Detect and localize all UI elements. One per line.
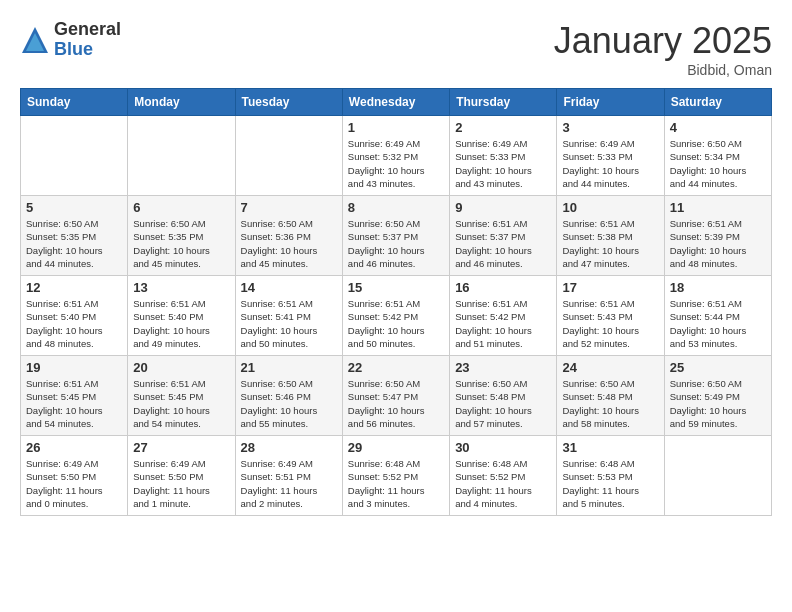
calendar-week-row: 19Sunrise: 6:51 AM Sunset: 5:45 PM Dayli… xyxy=(21,356,772,436)
calendar-cell: 19Sunrise: 6:51 AM Sunset: 5:45 PM Dayli… xyxy=(21,356,128,436)
calendar-cell: 25Sunrise: 6:50 AM Sunset: 5:49 PM Dayli… xyxy=(664,356,771,436)
day-number: 11 xyxy=(670,200,766,215)
calendar-cell: 16Sunrise: 6:51 AM Sunset: 5:42 PM Dayli… xyxy=(450,276,557,356)
calendar-cell: 20Sunrise: 6:51 AM Sunset: 5:45 PM Dayli… xyxy=(128,356,235,436)
day-number: 22 xyxy=(348,360,444,375)
day-info: Sunrise: 6:48 AM Sunset: 5:53 PM Dayligh… xyxy=(562,457,658,510)
calendar-cell: 6Sunrise: 6:50 AM Sunset: 5:35 PM Daylig… xyxy=(128,196,235,276)
day-number: 23 xyxy=(455,360,551,375)
day-number: 13 xyxy=(133,280,229,295)
calendar-week-row: 26Sunrise: 6:49 AM Sunset: 5:50 PM Dayli… xyxy=(21,436,772,516)
day-number: 21 xyxy=(241,360,337,375)
day-number: 30 xyxy=(455,440,551,455)
calendar-cell: 23Sunrise: 6:50 AM Sunset: 5:48 PM Dayli… xyxy=(450,356,557,436)
calendar-cell: 29Sunrise: 6:48 AM Sunset: 5:52 PM Dayli… xyxy=(342,436,449,516)
day-info: Sunrise: 6:51 AM Sunset: 5:44 PM Dayligh… xyxy=(670,297,766,350)
header-day-sunday: Sunday xyxy=(21,89,128,116)
day-number: 26 xyxy=(26,440,122,455)
day-number: 19 xyxy=(26,360,122,375)
day-info: Sunrise: 6:48 AM Sunset: 5:52 PM Dayligh… xyxy=(348,457,444,510)
calendar-cell: 8Sunrise: 6:50 AM Sunset: 5:37 PM Daylig… xyxy=(342,196,449,276)
day-info: Sunrise: 6:49 AM Sunset: 5:32 PM Dayligh… xyxy=(348,137,444,190)
day-number: 17 xyxy=(562,280,658,295)
day-number: 3 xyxy=(562,120,658,135)
day-number: 15 xyxy=(348,280,444,295)
day-number: 20 xyxy=(133,360,229,375)
day-number: 6 xyxy=(133,200,229,215)
day-info: Sunrise: 6:51 AM Sunset: 5:40 PM Dayligh… xyxy=(133,297,229,350)
calendar-cell: 10Sunrise: 6:51 AM Sunset: 5:38 PM Dayli… xyxy=(557,196,664,276)
day-number: 12 xyxy=(26,280,122,295)
calendar-cell: 9Sunrise: 6:51 AM Sunset: 5:37 PM Daylig… xyxy=(450,196,557,276)
day-info: Sunrise: 6:51 AM Sunset: 5:40 PM Dayligh… xyxy=(26,297,122,350)
calendar-cell: 28Sunrise: 6:49 AM Sunset: 5:51 PM Dayli… xyxy=(235,436,342,516)
logo-general: General xyxy=(54,20,121,40)
day-info: Sunrise: 6:51 AM Sunset: 5:42 PM Dayligh… xyxy=(455,297,551,350)
calendar-cell xyxy=(235,116,342,196)
calendar-cell: 27Sunrise: 6:49 AM Sunset: 5:50 PM Dayli… xyxy=(128,436,235,516)
calendar-table: SundayMondayTuesdayWednesdayThursdayFrid… xyxy=(20,88,772,516)
day-info: Sunrise: 6:50 AM Sunset: 5:48 PM Dayligh… xyxy=(455,377,551,430)
day-number: 7 xyxy=(241,200,337,215)
page-header: General Blue January 2025 Bidbid, Oman xyxy=(20,20,772,78)
calendar-subtitle: Bidbid, Oman xyxy=(554,62,772,78)
day-info: Sunrise: 6:51 AM Sunset: 5:38 PM Dayligh… xyxy=(562,217,658,270)
logo-blue: Blue xyxy=(54,40,121,60)
header-day-tuesday: Tuesday xyxy=(235,89,342,116)
calendar-cell: 1Sunrise: 6:49 AM Sunset: 5:32 PM Daylig… xyxy=(342,116,449,196)
day-info: Sunrise: 6:49 AM Sunset: 5:33 PM Dayligh… xyxy=(562,137,658,190)
calendar-cell: 26Sunrise: 6:49 AM Sunset: 5:50 PM Dayli… xyxy=(21,436,128,516)
header-day-wednesday: Wednesday xyxy=(342,89,449,116)
calendar-cell: 7Sunrise: 6:50 AM Sunset: 5:36 PM Daylig… xyxy=(235,196,342,276)
day-info: Sunrise: 6:49 AM Sunset: 5:33 PM Dayligh… xyxy=(455,137,551,190)
day-number: 4 xyxy=(670,120,766,135)
header-day-friday: Friday xyxy=(557,89,664,116)
day-info: Sunrise: 6:49 AM Sunset: 5:50 PM Dayligh… xyxy=(133,457,229,510)
day-info: Sunrise: 6:51 AM Sunset: 5:45 PM Dayligh… xyxy=(26,377,122,430)
day-info: Sunrise: 6:49 AM Sunset: 5:50 PM Dayligh… xyxy=(26,457,122,510)
header-day-saturday: Saturday xyxy=(664,89,771,116)
day-number: 28 xyxy=(241,440,337,455)
day-info: Sunrise: 6:51 AM Sunset: 5:39 PM Dayligh… xyxy=(670,217,766,270)
title-section: January 2025 Bidbid, Oman xyxy=(554,20,772,78)
day-info: Sunrise: 6:51 AM Sunset: 5:42 PM Dayligh… xyxy=(348,297,444,350)
day-number: 10 xyxy=(562,200,658,215)
logo-icon xyxy=(20,25,50,55)
calendar-cell: 12Sunrise: 6:51 AM Sunset: 5:40 PM Dayli… xyxy=(21,276,128,356)
day-info: Sunrise: 6:50 AM Sunset: 5:47 PM Dayligh… xyxy=(348,377,444,430)
day-info: Sunrise: 6:51 AM Sunset: 5:45 PM Dayligh… xyxy=(133,377,229,430)
calendar-week-row: 5Sunrise: 6:50 AM Sunset: 5:35 PM Daylig… xyxy=(21,196,772,276)
day-number: 5 xyxy=(26,200,122,215)
calendar-cell: 30Sunrise: 6:48 AM Sunset: 5:52 PM Dayli… xyxy=(450,436,557,516)
day-number: 1 xyxy=(348,120,444,135)
day-number: 24 xyxy=(562,360,658,375)
day-info: Sunrise: 6:51 AM Sunset: 5:37 PM Dayligh… xyxy=(455,217,551,270)
calendar-header-row: SundayMondayTuesdayWednesdayThursdayFrid… xyxy=(21,89,772,116)
day-info: Sunrise: 6:50 AM Sunset: 5:49 PM Dayligh… xyxy=(670,377,766,430)
day-info: Sunrise: 6:49 AM Sunset: 5:51 PM Dayligh… xyxy=(241,457,337,510)
calendar-cell: 14Sunrise: 6:51 AM Sunset: 5:41 PM Dayli… xyxy=(235,276,342,356)
day-info: Sunrise: 6:51 AM Sunset: 5:43 PM Dayligh… xyxy=(562,297,658,350)
day-info: Sunrise: 6:50 AM Sunset: 5:34 PM Dayligh… xyxy=(670,137,766,190)
calendar-cell: 17Sunrise: 6:51 AM Sunset: 5:43 PM Dayli… xyxy=(557,276,664,356)
day-number: 16 xyxy=(455,280,551,295)
calendar-title: January 2025 xyxy=(554,20,772,62)
calendar-cell xyxy=(664,436,771,516)
day-number: 27 xyxy=(133,440,229,455)
calendar-cell: 11Sunrise: 6:51 AM Sunset: 5:39 PM Dayli… xyxy=(664,196,771,276)
day-info: Sunrise: 6:48 AM Sunset: 5:52 PM Dayligh… xyxy=(455,457,551,510)
calendar-cell: 31Sunrise: 6:48 AM Sunset: 5:53 PM Dayli… xyxy=(557,436,664,516)
calendar-cell: 24Sunrise: 6:50 AM Sunset: 5:48 PM Dayli… xyxy=(557,356,664,436)
day-number: 29 xyxy=(348,440,444,455)
calendar-week-row: 12Sunrise: 6:51 AM Sunset: 5:40 PM Dayli… xyxy=(21,276,772,356)
day-number: 25 xyxy=(670,360,766,375)
day-number: 8 xyxy=(348,200,444,215)
calendar-cell: 5Sunrise: 6:50 AM Sunset: 5:35 PM Daylig… xyxy=(21,196,128,276)
calendar-cell xyxy=(128,116,235,196)
calendar-cell: 2Sunrise: 6:49 AM Sunset: 5:33 PM Daylig… xyxy=(450,116,557,196)
calendar-cell: 3Sunrise: 6:49 AM Sunset: 5:33 PM Daylig… xyxy=(557,116,664,196)
day-info: Sunrise: 6:50 AM Sunset: 5:35 PM Dayligh… xyxy=(26,217,122,270)
calendar-cell: 22Sunrise: 6:50 AM Sunset: 5:47 PM Dayli… xyxy=(342,356,449,436)
calendar-cell: 4Sunrise: 6:50 AM Sunset: 5:34 PM Daylig… xyxy=(664,116,771,196)
day-info: Sunrise: 6:50 AM Sunset: 5:46 PM Dayligh… xyxy=(241,377,337,430)
